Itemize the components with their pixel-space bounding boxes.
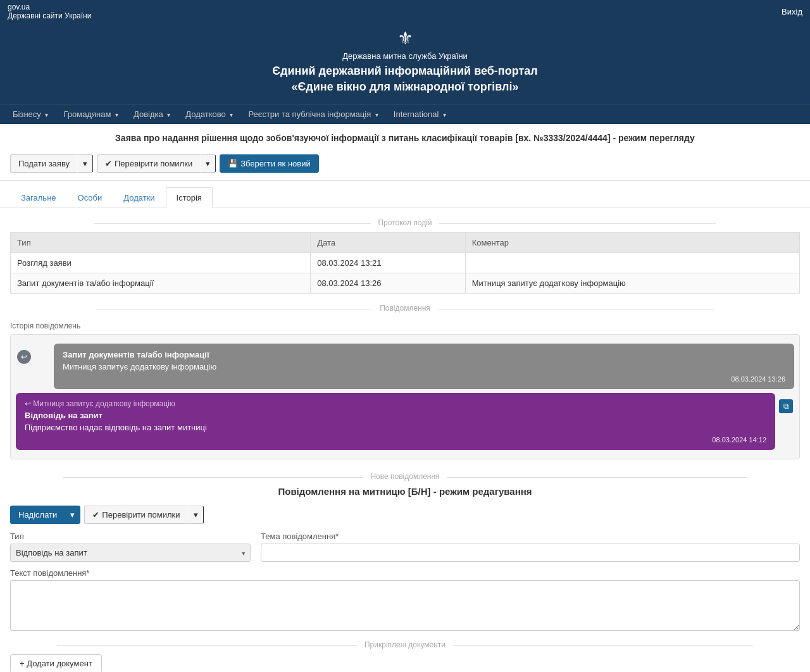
copy-button[interactable]: ⧉ xyxy=(779,399,793,413)
send-button[interactable]: Надіслати xyxy=(10,506,65,524)
portal-title-line1: Єдиний державний інформаційний веб-порта… xyxy=(272,65,538,77)
type-select-wrap: Відповідь на запит ▾ xyxy=(10,544,251,562)
tab-persons[interactable]: Особи xyxy=(67,187,113,208)
incoming-message-wrapper: ↩ Запит документів та/або інформації Мит… xyxy=(35,344,794,389)
form-row-type-subject: Тип Відповідь на запит ▾ Тема повідомлен… xyxy=(10,532,800,562)
main-nav: Бізнесу ▾ Громадянам ▾ Довідка ▾ Додатко… xyxy=(0,104,810,124)
portal-title: Єдиний державний інформаційний веб-порта… xyxy=(13,63,797,95)
event-comment-2: Митниця запитує додаткову інформацію xyxy=(465,273,799,294)
text-label: Текст повідомлення* xyxy=(10,568,800,578)
col-type: Тип xyxy=(11,233,311,253)
type-label: Тип xyxy=(10,532,251,541)
events-table-body: Розгляд заяви 08.03.2024 13:21 Запит док… xyxy=(11,253,800,294)
outgoing-msg-context: ↩ Митниця запитує додаткову інформацію xyxy=(25,399,766,408)
new-message-form: Нове повідомлення Повідомлення на митниц… xyxy=(10,470,800,633)
page-title: Заява про надання рішення щодо зобов'язу… xyxy=(13,133,797,143)
send-btn-group: Надіслати ▾ xyxy=(10,506,80,524)
save-icon: 💾 xyxy=(228,159,238,168)
subject-input[interactable] xyxy=(261,544,800,562)
top-bar: gov.ua Державні сайти України Вихід xyxy=(0,0,810,23)
checkmark-icon: ✔ xyxy=(105,159,112,168)
outgoing-msg-body: Підприємство надає відповідь на запит ми… xyxy=(25,423,766,432)
table-row: Запит документів та/або інформації 08.03… xyxy=(11,273,800,294)
event-type-2: Запит документів та/або інформації xyxy=(11,273,311,294)
events-protocol-section: Протокол подій Тип Дата Коментар Розгляд… xyxy=(10,218,800,294)
page-content: Заява про надання рішення щодо зобов'язу… xyxy=(0,124,810,672)
chevron-down-icon: ▾ xyxy=(230,111,233,118)
check-errors-button[interactable]: ✔ Перевірити помилки xyxy=(97,154,200,173)
chevron-down-icon: ▾ xyxy=(443,111,446,118)
form-group-type: Тип Відповідь на запит ▾ xyxy=(10,532,251,562)
events-table: Тип Дата Коментар Розгляд заяви 08.03.20… xyxy=(10,232,800,294)
check-form-errors-button[interactable]: ✔ Перевірити помилки xyxy=(84,506,187,524)
nav-item-biznes[interactable]: Бізнесу ▾ xyxy=(5,104,56,124)
message-textarea[interactable] xyxy=(10,580,800,631)
event-date-2: 08.03.2024 13:26 xyxy=(311,273,465,294)
outgoing-message: ↩ Митниця запитує додаткову інформацію В… xyxy=(16,393,775,450)
chevron-down-icon: ▾ xyxy=(45,111,48,118)
tab-history[interactable]: Історія xyxy=(166,187,213,208)
outgoing-msg-time: 08.03.2024 14:12 xyxy=(25,436,766,444)
incoming-msg-time: 08.03.2024 13:26 xyxy=(63,375,785,383)
col-date: Дата xyxy=(311,233,465,253)
portal-title-line2: «Єдине вікно для міжнародної торгівлі» xyxy=(292,80,519,93)
state-sites-link[interactable]: Державні сайти України xyxy=(8,11,91,20)
tabs-bar: Загальне Особи Додатки Історія xyxy=(0,181,810,208)
messages-history-label: Історія повідомлень xyxy=(10,318,800,334)
check-errors-btn-group: ✔ Перевірити помилки ▾ xyxy=(97,154,216,173)
agency-name: Державна митна служба України xyxy=(13,51,797,61)
add-document-button[interactable]: + Додати документ xyxy=(10,654,102,672)
message-history-container: ↩ Запит документів та/або інформації Мит… xyxy=(10,334,800,459)
event-type-1: Розгляд заяви xyxy=(11,253,311,273)
col-comment: Коментар xyxy=(465,233,799,253)
nav-item-international[interactable]: International ▾ xyxy=(386,104,454,124)
send-dropdown-button[interactable]: ▾ xyxy=(65,506,80,524)
incoming-msg-body: Митниця запитує додаткову інформацію xyxy=(63,362,785,371)
new-message-label: Нове повідомлення xyxy=(10,470,800,486)
incoming-message: Запит документів та/або інформації Митни… xyxy=(54,344,794,389)
attachments-header: Прикріплені документи xyxy=(10,640,800,649)
nav-item-dovidka[interactable]: Довідка ▾ xyxy=(126,104,178,124)
header: ⚜ Державна митна служба України Єдиний д… xyxy=(0,23,810,104)
gov-link[interactable]: gov.ua xyxy=(8,3,91,11)
table-row: Розгляд заяви 08.03.2024 13:21 xyxy=(11,253,800,273)
submit-btn-group: Подати заяву ▾ xyxy=(10,154,93,173)
outgoing-msg-title: Відповідь на запит xyxy=(25,411,766,420)
check-form-errors-dropdown-button[interactable]: ▾ xyxy=(188,506,204,524)
events-protocol-header: Протокол подій xyxy=(10,218,800,227)
submit-button[interactable]: Подати заяву xyxy=(10,154,77,173)
check-form-errors-btn-group: ✔ Перевірити помилки ▾ xyxy=(84,506,203,524)
form-group-subject: Тема повідомлення* xyxy=(261,532,800,562)
tab-attachments[interactable]: Додатки xyxy=(113,187,165,208)
messages-section-header: Повідомлення xyxy=(10,304,800,313)
form-group-text: Текст повідомлення* xyxy=(10,568,800,633)
logout-button[interactable]: Вихід xyxy=(782,7,802,16)
events-table-head: Тип Дата Коментар xyxy=(11,233,800,253)
check-icon: ✔ xyxy=(92,510,99,520)
check-errors-dropdown-button[interactable]: ▾ xyxy=(200,154,216,173)
nav-item-dodatково[interactable]: Додатково ▾ xyxy=(178,104,240,124)
top-bar-left: gov.ua Державні сайти України xyxy=(8,3,91,20)
chevron-down-icon: ▾ xyxy=(115,111,118,118)
nav-item-gromadyanam[interactable]: Громадянам ▾ xyxy=(56,104,126,124)
toolbar: Подати заяву ▾ ✔ Перевірити помилки ▾ 💾 … xyxy=(0,149,810,181)
subject-label: Тема повідомлення* xyxy=(261,532,800,541)
type-select[interactable]: Відповідь на запит xyxy=(10,544,251,562)
save-as-new-button[interactable]: 💾 Зберегти як новий xyxy=(220,154,319,173)
tab-general[interactable]: Загальне xyxy=(10,187,67,208)
attachments-section: Прикріплені документи + Додати документ … xyxy=(10,640,800,672)
submit-dropdown-button[interactable]: ▾ xyxy=(77,154,93,173)
messages-section: Повідомлення Історія повідомлень ↩ Запит… xyxy=(10,304,800,459)
emblem-icon: ⚜ xyxy=(13,28,797,49)
outgoing-message-wrapper: ⧉ ↩ Митниця запитує додаткову інформацію… xyxy=(16,393,775,450)
new-message-form-title: Повідомлення на митницю [Б/Н] - режим ре… xyxy=(10,486,800,497)
incoming-msg-title: Запит документів та/або інформації xyxy=(63,350,785,359)
reply-button[interactable]: ↩ xyxy=(17,350,31,364)
nav-item-registry[interactable]: Реєстри та публічна інформація ▾ xyxy=(240,104,385,124)
event-comment-1 xyxy=(465,253,799,273)
nav-list: Бізнесу ▾ Громадянам ▾ Довідка ▾ Додатко… xyxy=(0,104,810,124)
event-date-1: 08.03.2024 13:21 xyxy=(311,253,465,273)
events-table-header-row: Тип Дата Коментар xyxy=(11,233,800,253)
chevron-down-icon: ▾ xyxy=(375,111,378,118)
chevron-down-icon: ▾ xyxy=(167,111,170,118)
